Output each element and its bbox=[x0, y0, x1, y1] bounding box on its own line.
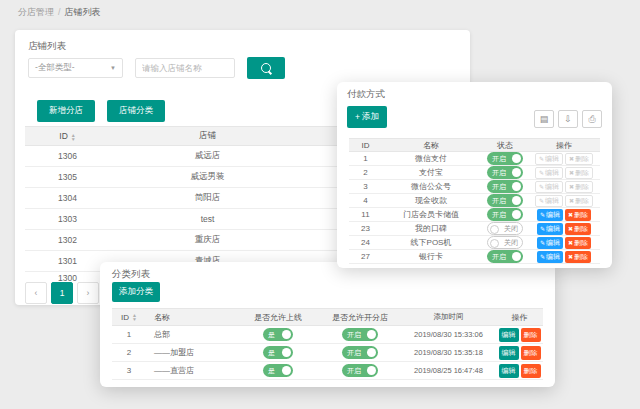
plus-icon: + bbox=[355, 112, 360, 122]
status-toggle[interactable]: 开启 bbox=[487, 208, 523, 221]
category-header-id[interactable]: ID▲▼ bbox=[112, 313, 146, 322]
category-panel-title: 分类列表 bbox=[112, 268, 150, 281]
edit-button: ✎编辑 bbox=[535, 167, 563, 179]
category-table-header: ID▲▼ 名称 是否允许上线 是否允许开分店 添加时间 操作 bbox=[112, 308, 543, 326]
store-header-name: 店铺 bbox=[110, 130, 305, 142]
status-toggle[interactable]: 开启 bbox=[487, 250, 523, 263]
breadcrumb-section[interactable]: 分店管理 bbox=[18, 7, 54, 17]
payment-row: 24 线下POS机 关闭 ✎编辑 ✖删除 bbox=[349, 236, 600, 250]
add-category-button[interactable]: 添加分类 bbox=[112, 282, 160, 302]
show-toggle[interactable]: 是 bbox=[263, 364, 293, 377]
edit-button: ✎编辑 bbox=[535, 181, 563, 193]
branch-toggle[interactable]: 开启 bbox=[342, 346, 378, 359]
status-toggle[interactable]: 关闭 bbox=[487, 236, 523, 249]
payment-row: 1 微信支付 开启 ✎编辑 ✖删除 bbox=[349, 152, 600, 166]
status-toggle[interactable]: 开启 bbox=[487, 194, 523, 207]
delete-button: ✖删除 bbox=[565, 195, 593, 207]
delete-icon: ✖ bbox=[569, 153, 574, 165]
delete-button: ✖删除 bbox=[565, 153, 593, 165]
category-row: 3 ——直营店 是 开启 2019/08/25 16:47:48 编辑 删除 bbox=[112, 362, 543, 380]
delete-button[interactable]: 删除 bbox=[521, 364, 541, 378]
delete-icon: ✖ bbox=[568, 251, 573, 263]
edit-button[interactable]: ✎编辑 bbox=[537, 237, 563, 249]
branch-toggle[interactable]: 开启 bbox=[342, 328, 378, 341]
breadcrumb-separator: / bbox=[58, 7, 61, 17]
delete-button[interactable]: 删除 bbox=[521, 328, 541, 342]
delete-button[interactable]: ✖删除 bbox=[565, 237, 591, 249]
payment-row: 3 微信公众号 开启 ✎编辑 ✖删除 bbox=[349, 180, 600, 194]
pagination-next-button[interactable]: › bbox=[77, 282, 99, 304]
edit-button: ✎编辑 bbox=[535, 153, 563, 165]
delete-button: ✖删除 bbox=[565, 167, 593, 179]
category-row: 1 总部 是 开启 2019/08/30 15:33:06 编辑 删除 bbox=[112, 326, 543, 344]
category-row: 2 ——加盟店 是 开启 2019/08/30 15:35:18 编辑 删除 bbox=[112, 344, 543, 362]
sort-icon[interactable]: ▲▼ bbox=[71, 133, 76, 141]
payment-row: 2 支付宝 开启 ✎编辑 ✖删除 bbox=[349, 166, 600, 180]
breadcrumb: 分店管理/店铺列表 bbox=[18, 6, 101, 19]
delete-icon: ✖ bbox=[568, 223, 573, 235]
edit-icon: ✎ bbox=[540, 251, 545, 263]
store-category-button[interactable]: 店铺分类 bbox=[107, 100, 165, 122]
category-table: ID▲▼ 名称 是否允许上线 是否允许开分店 添加时间 操作 1 总部 是 开启… bbox=[112, 308, 543, 380]
delete-button[interactable]: ✖删除 bbox=[565, 209, 591, 221]
payment-row: 4 现金收款 开启 ✎编辑 ✖删除 bbox=[349, 194, 600, 208]
pagination-prev-button[interactable]: ‹ bbox=[25, 282, 47, 304]
payment-row: 27 银行卡 开启 ✎编辑 ✖删除 bbox=[349, 250, 600, 264]
add-store-button[interactable]: 新增分店 bbox=[37, 100, 95, 122]
payment-table-header: ID 名称 状态 操作 bbox=[349, 138, 600, 152]
edit-button: ✎编辑 bbox=[535, 195, 563, 207]
show-toggle[interactable]: 是 bbox=[263, 328, 293, 341]
payment-table: ID 名称 状态 操作 1 微信支付 开启 ✎编辑 ✖删除 2 支付宝 开启 ✎… bbox=[349, 138, 600, 264]
payment-methods-panel: 付款方式 + 添加 ▤ ⇩ ⎙ ID 名称 状态 操作 1 微信支付 开启 ✎编… bbox=[337, 82, 612, 268]
payment-row: 11 门店会员卡储值 开启 ✎编辑 ✖删除 bbox=[349, 208, 600, 222]
chevron-down-icon: ▼ bbox=[110, 65, 116, 71]
status-toggle[interactable]: 关闭 bbox=[487, 222, 523, 235]
search-button[interactable] bbox=[247, 57, 285, 79]
status-toggle[interactable]: 开启 bbox=[487, 180, 523, 193]
export-icon[interactable]: ⇩ bbox=[558, 110, 578, 128]
payment-panel-title: 付款方式 bbox=[347, 88, 385, 101]
edit-icon: ✎ bbox=[539, 181, 544, 193]
store-type-select-value: -全部类型- bbox=[35, 62, 75, 74]
delete-icon: ✖ bbox=[569, 181, 574, 193]
edit-button[interactable]: 编辑 bbox=[499, 328, 519, 342]
delete-icon: ✖ bbox=[569, 167, 574, 179]
status-toggle[interactable]: 开启 bbox=[487, 166, 523, 179]
delete-button[interactable]: ✖删除 bbox=[565, 251, 591, 263]
delete-icon: ✖ bbox=[568, 237, 573, 249]
edit-icon: ✎ bbox=[539, 167, 544, 179]
print-icon[interactable]: ⎙ bbox=[582, 110, 602, 128]
breadcrumb-current: 店铺列表 bbox=[65, 7, 101, 17]
edit-icon: ✎ bbox=[539, 195, 544, 207]
category-list-panel: 分类列表 添加分类 ID▲▼ 名称 是否允许上线 是否允许开分店 添加时间 操作… bbox=[100, 262, 555, 387]
store-panel-title: 店铺列表 bbox=[28, 40, 66, 53]
pagination-page-1[interactable]: 1 bbox=[51, 282, 73, 304]
delete-icon: ✖ bbox=[568, 209, 573, 221]
edit-icon: ✎ bbox=[539, 153, 544, 165]
edit-button[interactable]: ✎编辑 bbox=[537, 209, 563, 221]
store-type-select[interactable]: -全部类型- ▼ bbox=[28, 58, 123, 78]
edit-button[interactable]: 编辑 bbox=[499, 346, 519, 360]
sort-icon[interactable]: ▲▼ bbox=[132, 313, 137, 321]
delete-icon: ✖ bbox=[569, 195, 574, 207]
edit-icon: ✎ bbox=[540, 237, 545, 249]
delete-button[interactable]: 删除 bbox=[521, 346, 541, 360]
edit-button[interactable]: 编辑 bbox=[499, 364, 519, 378]
add-payment-button[interactable]: + 添加 bbox=[347, 106, 387, 128]
search-icon bbox=[261, 63, 271, 73]
store-header-id[interactable]: ID▲▼ bbox=[25, 131, 110, 141]
delete-button[interactable]: ✖删除 bbox=[565, 223, 591, 235]
branch-toggle[interactable]: 开启 bbox=[342, 364, 378, 377]
edit-button[interactable]: ✎编辑 bbox=[537, 223, 563, 235]
delete-button: ✖删除 bbox=[565, 181, 593, 193]
table-toolbar: ▤ ⇩ ⎙ bbox=[534, 110, 602, 128]
payment-row: 23 我的口碑 关闭 ✎编辑 ✖删除 bbox=[349, 222, 600, 236]
filter-columns-icon[interactable]: ▤ bbox=[534, 110, 554, 128]
status-toggle[interactable]: 开启 bbox=[487, 152, 523, 165]
edit-button[interactable]: ✎编辑 bbox=[537, 251, 563, 263]
show-toggle[interactable]: 是 bbox=[263, 346, 293, 359]
store-search-input[interactable] bbox=[135, 58, 235, 78]
edit-icon: ✎ bbox=[540, 209, 545, 221]
edit-icon: ✎ bbox=[540, 223, 545, 235]
